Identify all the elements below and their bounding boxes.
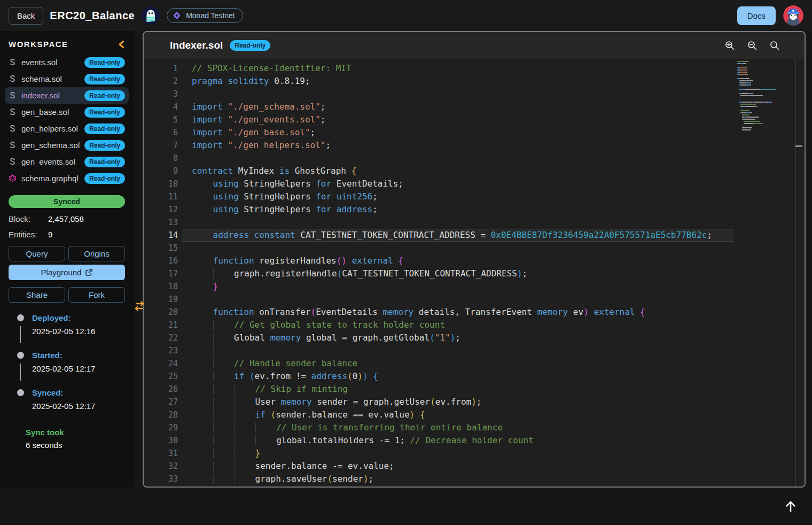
code-line[interactable]: 9contract MyIndex is GhostGraph { [144, 165, 734, 177]
zoom-out-icon[interactable] [747, 40, 758, 51]
line-number: 27 [144, 396, 178, 408]
line-number: 20 [144, 306, 178, 319]
code-line[interactable]: 11 using StringHelpers for uint256; [144, 190, 734, 203]
network-badge[interactable]: Monad Testnet [167, 8, 243, 23]
code-line[interactable]: 21 // Get global state to track holder c… [144, 319, 734, 331]
code-line[interactable]: 7import "./gen_helpers.sol"; [144, 139, 734, 152]
code-line[interactable]: 30 global.totalHolders -= 1; // Decrease… [144, 434, 734, 447]
code-line[interactable]: 20 function onTransfer(EventDetails memo… [144, 306, 734, 319]
footer [0, 488, 812, 525]
sidebar-item-events.sol[interactable]: events.solRead-only [5, 54, 129, 71]
sidebar-item-gen_helpers.sol[interactable]: gen_helpers.solRead-only [5, 120, 129, 137]
line-number: 9 [144, 165, 178, 177]
query-button[interactable]: Query [9, 246, 65, 261]
code-line[interactable]: 6import "./gen_base.sol"; [144, 126, 734, 139]
line-number: 7 [144, 139, 178, 152]
code-line[interactable]: 26 // Skip if minting [144, 383, 734, 396]
scrollbar-track [795, 59, 796, 487]
editor-panel: indexer.sol Read-only [143, 31, 806, 488]
share-button[interactable]: Share [9, 287, 65, 303]
timeline-item: Deployed:2025-02-05 12:16 [9, 313, 125, 351]
sidebar-item-schema.sol[interactable]: schema.solRead-only [5, 71, 129, 87]
code-line[interactable]: 25 if (ev.from != address(0)) { [144, 370, 734, 383]
line-number: 15 [144, 242, 178, 254]
code-line[interactable]: 15 [144, 242, 734, 254]
line-number: 29 [144, 421, 178, 434]
scrollbar-thumb[interactable] [795, 145, 802, 147]
code-line[interactable]: 32 sender.balance -= ev.value; [144, 460, 734, 473]
code-text: } [192, 280, 218, 293]
code-line[interactable]: 31 } [144, 447, 734, 460]
line-number: 1 [144, 62, 178, 75]
code-text: function registerHandles() external { [192, 254, 403, 267]
line-number: 6 [144, 126, 178, 139]
code-editor[interactable]: 1// SPDX-License-Identifier: MIT2pragma … [144, 59, 805, 487]
timeline-label: Deployed: [32, 313, 125, 322]
sidebar-item-gen_base.sol[interactable]: gen_base.solRead-only [5, 104, 129, 120]
sidebar-item-indexer.sol[interactable]: indexer.solRead-only [5, 87, 129, 104]
entities-label: Entities: [9, 230, 48, 239]
minimap[interactable] [737, 61, 790, 132]
file-name: gen_schema.sol [21, 141, 80, 150]
fork-button[interactable]: Fork [68, 287, 125, 303]
code-line[interactable]: 22 Global memory global = graph.getGloba… [144, 331, 734, 344]
zoom-in-icon[interactable] [724, 40, 735, 51]
collapse-sidebar-icon[interactable] [118, 40, 125, 49]
code-line[interactable]: 2pragma solidity 0.8.19; [144, 75, 734, 88]
code-line[interactable]: 10 using StringHelpers for EventDetails; [144, 177, 734, 190]
code-line[interactable]: 27 User memory sender = graph.getUser(ev… [144, 396, 734, 408]
code-line[interactable]: 29 // User is transferring their entire … [144, 421, 734, 434]
playground-button[interactable]: Playground [9, 265, 125, 280]
sidebar: WORKSPACE events.solRead-onlyschema.solR… [0, 31, 134, 488]
readonly-badge: Read-only [84, 57, 125, 68]
search-icon[interactable] [769, 40, 780, 51]
avatar[interactable] [783, 5, 803, 26]
line-number: 14 [144, 229, 178, 242]
code-line[interactable]: 12 using StringHelpers for address; [144, 203, 734, 216]
code-line[interactable]: 19 [144, 293, 734, 306]
sidebar-resize-handle[interactable] [132, 301, 146, 312]
line-number: 32 [144, 460, 178, 473]
line-number: 18 [144, 280, 178, 293]
sidebar-item-gen_schema.sol[interactable]: gen_schema.solRead-only [5, 137, 129, 153]
code-text: function onTransfer(EventDetails memory … [192, 306, 645, 319]
code-line[interactable]: 23 [144, 344, 734, 357]
code-line[interactable]: 1// SPDX-License-Identifier: MIT [144, 62, 734, 75]
topbar: Back ERC20_Balance Monad Testnet Docs [0, 0, 812, 31]
line-number: 12 [144, 203, 178, 216]
file-name: events.sol [21, 58, 80, 67]
line-number: 23 [144, 344, 178, 357]
timeline-label: Started: [32, 351, 125, 360]
code-text: Global memory global = graph.getGlobal("… [192, 331, 460, 344]
readonly-badge: Read-only [84, 107, 125, 118]
code-line[interactable]: 8 [144, 152, 734, 165]
code-text: global.totalHolders -= 1; // Decrease ho… [192, 434, 534, 447]
back-button[interactable]: Back [9, 7, 43, 25]
code-line[interactable]: 4import "./gen_schema.sol"; [144, 101, 734, 113]
code-line[interactable]: 17 graph.registerHandle(CAT_TESTNET_TOKE… [144, 267, 734, 280]
line-number: 4 [144, 101, 178, 113]
code-line[interactable]: 18 } [144, 280, 734, 293]
file-name: indexer.sol [21, 91, 80, 100]
timeline-date: 2025-02-05 12:16 [32, 327, 125, 336]
block-value: 2,457,058 [48, 214, 84, 223]
code-line[interactable]: 16 function registerHandles() external { [144, 254, 734, 267]
code-line[interactable]: 33 graph.saveUser(sender); [144, 473, 734, 485]
origins-button[interactable]: Origins [68, 246, 125, 261]
code-line[interactable]: 5import "./gen_events.sol"; [144, 113, 734, 126]
code-text: // User is transferring their entire bal… [192, 421, 503, 434]
code-line[interactable]: 28 if (sender.balance == ev.value) { [144, 408, 734, 421]
code-line[interactable]: 3 [144, 88, 734, 101]
code-line[interactable]: 24 // Handle sender balance [144, 357, 734, 370]
code-line[interactable]: 13 [144, 216, 734, 229]
sidebar-item-schema.graphql[interactable]: schema.graphqlRead-only [5, 170, 129, 187]
timeline-connector [20, 364, 21, 381]
line-number: 24 [144, 357, 178, 370]
code-text: using StringHelpers for EventDetails; [192, 177, 403, 190]
sidebar-item-gen_events.sol[interactable]: gen_events.solRead-only [5, 153, 129, 170]
code-line[interactable]: 14 address constant CAT_TESTNET_TOKEN_CO… [144, 229, 734, 242]
line-number: 10 [144, 177, 178, 190]
docs-button[interactable]: Docs [737, 6, 776, 25]
code-text: if (ev.from != address(0)) { [192, 370, 378, 383]
scroll-to-top-button[interactable] [781, 497, 800, 516]
